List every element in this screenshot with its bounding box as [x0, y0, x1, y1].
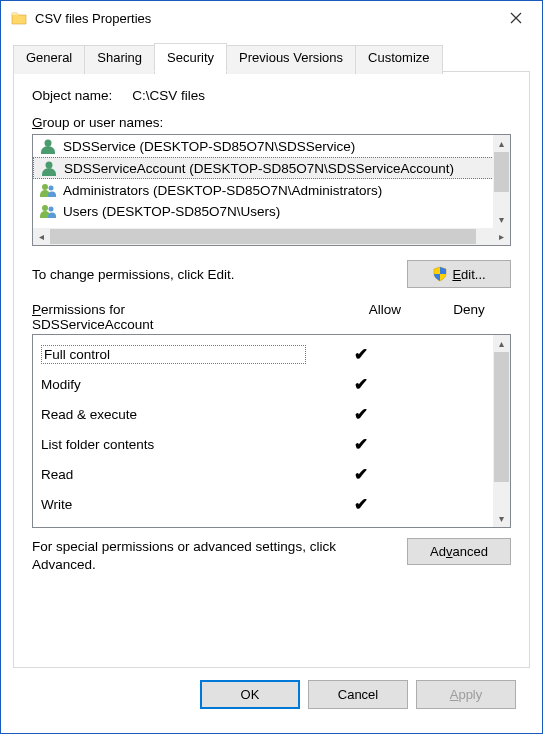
scroll-thumb[interactable] [494, 352, 509, 482]
allow-cell [317, 466, 405, 483]
shield-icon [432, 266, 448, 282]
svg-point-4 [42, 205, 48, 211]
permission-row: Write [41, 489, 493, 519]
scroll-up-icon[interactable]: ▴ [493, 335, 510, 352]
user-icon [39, 181, 57, 199]
tab-general[interactable]: General [13, 45, 85, 74]
titlebar: CSV files Properties [1, 1, 542, 35]
allow-column-header: Allow [343, 302, 427, 332]
list-item[interactable]: Administrators (DESKTOP-SD85O7N\Administ… [33, 179, 510, 201]
check-icon [354, 375, 368, 394]
edit-row: To change permissions, click Edit. Edit.… [32, 260, 511, 288]
permission-name: Modify [41, 377, 317, 392]
check-icon [354, 435, 368, 454]
list-item-label: SDSServiceAccount (DESKTOP-SD85O7N\SDSSe… [64, 161, 454, 176]
permission-name: Write [41, 497, 317, 512]
permissions-for-label: Permissions for SDSServiceAccount [32, 302, 343, 332]
permission-row: Modify [41, 369, 493, 399]
properties-dialog: CSV files Properties General Sharing Sec… [0, 0, 543, 734]
advanced-hint-label: For special permissions or advanced sett… [32, 538, 395, 573]
check-icon [354, 345, 368, 364]
deny-column-header: Deny [427, 302, 511, 332]
users-horizontal-scrollbar[interactable]: ◂ ▸ [33, 228, 510, 245]
check-icon [354, 405, 368, 424]
permission-row: List folder contents [41, 429, 493, 459]
edit-hint-label: To change permissions, click Edit. [32, 267, 235, 282]
user-icon [40, 159, 58, 177]
permission-row: Full control [41, 339, 493, 369]
permission-name: Full control [41, 345, 317, 364]
allow-cell [317, 406, 405, 423]
svg-point-1 [46, 162, 53, 169]
users-listbox[interactable]: SDSService (DESKTOP-SD85O7N\SDSService)S… [32, 134, 511, 246]
object-name-label: Object name: [32, 88, 112, 103]
scroll-down-icon[interactable]: ▾ [493, 510, 510, 527]
list-item[interactable]: SDSServiceAccount (DESKTOP-SD85O7N\SDSSe… [33, 157, 510, 179]
permissions-listbox[interactable]: Full controlModifyRead & executeList fol… [32, 334, 511, 528]
tab-strip: General Sharing Security Previous Versio… [13, 43, 530, 72]
cancel-button[interactable]: Cancel [308, 680, 408, 709]
svg-point-5 [49, 207, 54, 212]
list-item-label: Users (DESKTOP-SD85O7N\Users) [63, 204, 280, 219]
permissions-header: Permissions for SDSServiceAccount Allow … [32, 302, 511, 332]
users-vertical-scrollbar[interactable]: ▴ ▾ [493, 135, 510, 228]
folder-icon [11, 10, 27, 26]
check-icon [354, 465, 368, 484]
edit-button[interactable]: Edit... [407, 260, 511, 288]
tab-customize[interactable]: Customize [355, 45, 442, 74]
allow-cell [317, 376, 405, 393]
permission-name: Read & execute [41, 407, 317, 422]
list-item-label: SDSService (DESKTOP-SD85O7N\SDSService) [63, 139, 355, 154]
list-item[interactable]: Users (DESKTOP-SD85O7N\Users) [33, 201, 510, 221]
apply-button[interactable]: Apply [416, 680, 516, 709]
scroll-down-icon[interactable]: ▾ [493, 211, 510, 228]
advanced-button[interactable]: Advanced [407, 538, 511, 565]
permission-rows: Full controlModifyRead & executeList fol… [33, 335, 493, 527]
scroll-left-icon[interactable]: ◂ [33, 228, 50, 245]
dialog-body: General Sharing Security Previous Versio… [1, 35, 542, 733]
user-icon [39, 137, 57, 155]
permission-name: Read [41, 467, 317, 482]
tab-sharing[interactable]: Sharing [84, 45, 155, 74]
advanced-row: For special permissions or advanced sett… [32, 538, 511, 573]
tab-security[interactable]: Security [154, 43, 227, 72]
svg-point-0 [45, 140, 52, 147]
permission-row: Read [41, 459, 493, 489]
permissions-vertical-scrollbar[interactable]: ▴ ▾ [493, 335, 510, 527]
allow-cell [317, 436, 405, 453]
user-icon [39, 202, 57, 220]
scroll-right-icon[interactable]: ▸ [493, 228, 510, 245]
object-name-row: Object name: C:\CSV files [32, 88, 511, 103]
security-panel: Object name: C:\CSV files Group or user … [13, 71, 530, 668]
allow-cell [317, 496, 405, 513]
scroll-h-track[interactable] [50, 229, 476, 244]
list-item[interactable]: SDSService (DESKTOP-SD85O7N\SDSService) [33, 135, 510, 157]
scroll-up-icon[interactable]: ▴ [493, 135, 510, 152]
dialog-buttons: OK Cancel Apply [13, 668, 530, 721]
permission-name: List folder contents [41, 437, 317, 452]
window-title: CSV files Properties [35, 11, 496, 26]
users-list-items: SDSService (DESKTOP-SD85O7N\SDSService)S… [33, 135, 510, 228]
svg-point-2 [42, 184, 48, 190]
close-button[interactable] [496, 4, 536, 32]
svg-point-3 [49, 186, 54, 191]
ok-button[interactable]: OK [200, 680, 300, 709]
scroll-thumb[interactable] [494, 152, 509, 192]
scroll-track[interactable] [493, 482, 510, 510]
object-name-value: C:\CSV files [132, 88, 205, 103]
check-icon [354, 495, 368, 514]
list-item-label: Administrators (DESKTOP-SD85O7N\Administ… [63, 183, 382, 198]
tab-previous-versions[interactable]: Previous Versions [226, 45, 356, 74]
groups-label: Group or user names: [32, 115, 511, 130]
allow-cell [317, 346, 405, 363]
permission-row: Read & execute [41, 399, 493, 429]
